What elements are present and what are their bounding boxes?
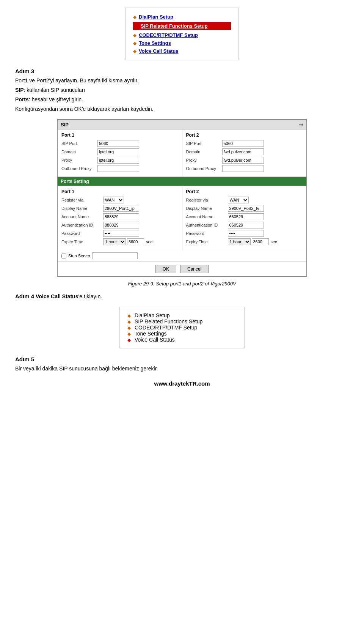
nav2-item-codec[interactable]: ◆ CODEC/RTP/DTMF Setup [127,325,237,331]
nav-link-sip[interactable]: SIP Related Functions Setup [141,23,208,29]
step4-text: Voice Call Status'e tıklayın. [36,293,102,299]
figure-caption: Figure 29-9. Setup port1 and port2 of Vi… [15,281,349,287]
ports-port2-displayname-input[interactable] [228,205,264,212]
ports-port1-expiry-input[interactable] [127,238,144,245]
ports-port2-authid-label: Authentication ID [186,223,228,227]
step3-block: Adım 3 Port1 ve Port2'yi ayarlayın. Bu s… [15,68,349,113]
sip-port2-outbound-input[interactable] [222,165,264,172]
ports-port1-displayname-input[interactable] [103,205,139,212]
ports-port1-regvia-select[interactable]: WAN [103,197,124,203]
ports-port1-password-label: Password [61,231,103,236]
ports-port2-title: Port 2 [186,189,303,194]
stun-server-row: Stun Server [58,250,306,262]
ports-port1-expiry-row: Expiry Time 1 hour sec [61,238,178,245]
bullet-tone: ◆ [133,41,136,46]
sip-port1-sipport-input[interactable] [97,140,139,147]
cancel-button[interactable]: Cancel [180,265,209,273]
nav2-link-sip[interactable]: SIP Related Functions Setup [135,318,203,325]
ports-port1-authid-label: Authentication ID [61,223,103,227]
sip-port1-outbound-input[interactable] [97,165,139,172]
sip-port2-proxy-input[interactable] [222,157,264,164]
ports-port1-col: Port 1 Register via WAN Display Name Acc… [58,186,182,250]
nav2-bullet-tone: ◆ [127,331,131,337]
step3-line2: SIP: kullanılan SIP sunucuları [15,86,349,94]
sip-panel-title: SIP [61,122,69,128]
nav-link-dialplan[interactable]: DialPlan Setup [139,14,173,20]
ports-port2-regvia-select[interactable]: WAN [228,197,249,203]
nav-item-dialplan[interactable]: ◆ DialPlan Setup [133,14,231,20]
ports-setting-header: Ports Setting [58,177,306,186]
ports-port1-password-row: Password [61,230,178,237]
ports-port2-displayname-row: Display Name [186,205,303,212]
stun-checkbox[interactable] [61,254,66,258]
nav-link-voicecall[interactable]: Voice Call Status [139,48,179,54]
sip-panel-header: SIP ⇒ [58,120,306,129]
sip-port1-domain-input[interactable] [97,148,139,155]
step4-voicecall-bold: Voice Call Status [36,293,78,299]
sip-port1-proxy-input[interactable] [97,157,139,164]
sip-port1-title: Port 1 [61,132,178,138]
nav2-link-codec[interactable]: CODEC/RTP/DTMF Setup [135,325,197,331]
nav2-bullet-sip: ◆ [127,319,131,325]
sip-port1-col: Port 1 SIP Port Domain Proxy Outbound Pr… [58,129,182,176]
sip-port2-sipport-input[interactable] [222,140,264,147]
nav2-item-tone[interactable]: ◆ Tone Settings [127,331,237,337]
ports-port2-password-input[interactable] [228,230,264,237]
sip-port1-outbound-row: Outbound Proxy [61,165,178,172]
step4-block: Adım 4 Voice Call Status'e tıklayın. [15,293,349,301]
nav-link-codec[interactable]: CODEC/RTP/DTMF Setup [139,32,198,38]
ports-port2-accountname-label: Account Name [186,214,228,219]
nav-bottom-box: ◆ DialPlan Setup ◆ SIP Related Functions… [119,307,245,348]
nav-item-tone[interactable]: ◆ Tone Settings [133,40,231,46]
sip-port2-domain-row: Domain [186,148,303,155]
nav2-item-voicecall[interactable]: ◆ Voice Call Status [127,337,237,343]
ok-button[interactable]: OK [155,265,176,273]
nav2-link-dialplan[interactable]: DialPlan Setup [135,312,170,318]
step3-sip-bold: SIP [15,87,24,93]
step3-line1: Port1 ve Port2'yi ayarlayın. Bu sayfa ik… [15,77,349,85]
nav2-item-dialplan[interactable]: ◆ DialPlan Setup [127,312,237,318]
step4-heading: Adım 4 [15,293,34,299]
ports-port1-expiry-controls: 1 hour sec [103,238,152,245]
ports-port1-expiry-label: Expiry Time [61,239,103,244]
sip-main-columns: Port 1 SIP Port Domain Proxy Outbound Pr… [58,129,306,177]
ports-port1-expiry-select[interactable]: 1 hour [103,238,126,245]
nav-link-tone[interactable]: Tone Settings [139,40,171,46]
ports-port2-authid-row: Authentication ID [186,222,303,228]
step3-ports-bold: Ports [15,96,29,102]
ports-port1-authid-input[interactable] [103,222,139,228]
sip-port2-domain-input[interactable] [222,148,264,155]
ports-port1-password-input[interactable] [103,230,139,237]
ports-port2-password-row: Password [186,230,303,237]
sip-port2-col: Port 2 SIP Port Domain Proxy Outbound Pr… [182,129,307,176]
nav-item-voicecall[interactable]: ◆ Voice Call Status [133,48,231,54]
ports-port1-accountname-label: Account Name [61,214,103,219]
step3-ports-rest: : hesabı ve şifreyi girin. [29,96,83,102]
nav2-item-sip[interactable]: ◆ SIP Related Functions Setup [127,318,237,325]
ports-port2-expiry-controls: 1 hour sec [228,238,277,245]
nav-item-sip[interactable]: ◆ SIP Related Functions Setup [133,22,231,30]
ports-port2-accountname-input[interactable] [228,213,264,220]
sip-port2-sipport-row: SIP Port [186,140,303,147]
ports-port1-accountname-input[interactable] [103,213,139,220]
nav2-link-voicecall[interactable]: Voice Call Status [135,337,175,343]
ports-port2-accountname-row: Account Name [186,213,303,220]
ports-port1-regvia-row: Register via WAN [61,197,178,203]
ports-port1-accountname-row: Account Name [61,213,178,220]
bullet-sip: ◆ [135,24,138,29]
dialog-buttons: OK Cancel [58,262,306,276]
ports-port2-regvia-row: Register via WAN [186,197,303,203]
footer-url: www.draytekTR.com [15,380,349,394]
stun-input[interactable] [92,252,138,259]
sip-arrow-icon: ⇒ [299,121,303,128]
ports-port2-expiry-select[interactable]: 1 hour [228,238,251,245]
sip-port2-proxy-label: Proxy [186,158,222,162]
ports-port1-regvia-label: Register via [61,198,103,202]
nav2-link-tone[interactable]: Tone Settings [135,331,167,337]
nav-item-codec[interactable]: ◆ CODEC/RTP/DTMF Setup [133,32,231,38]
step3-line4: Konfigürasyondan sonra OK'e tıklayarak a… [15,105,349,113]
ports-port2-authid-input[interactable] [228,222,264,228]
ports-port2-expiry-input[interactable] [252,238,269,245]
ports-port1-title: Port 1 [61,189,178,194]
sip-port2-outbound-label: Outbound Proxy [186,166,222,171]
